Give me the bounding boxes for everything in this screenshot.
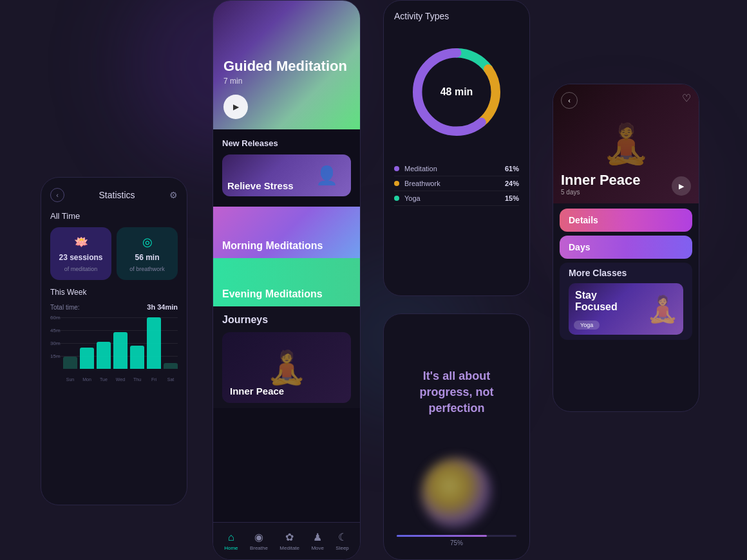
journey-title: Inner Peace	[230, 386, 284, 397]
meditation-dot	[394, 166, 399, 171]
activity-types-card: Activity Types 48 min Meditation 61%	[383, 0, 530, 296]
journey-card[interactable]: 🧘 Inner Peace	[222, 332, 351, 403]
detail-play-button[interactable]: ▶	[672, 176, 691, 196]
more-classes-title: More Classes	[569, 268, 683, 278]
evening-meditations-title: Evening Meditations	[222, 288, 323, 300]
nav-breathe-label: Breathe	[250, 545, 268, 551]
donut-value: 48 min	[440, 86, 473, 98]
detail-days: 5 days	[561, 189, 641, 196]
bar-tue	[97, 342, 111, 369]
nav-sleep[interactable]: ☾ Sleep	[336, 531, 348, 551]
breathwork-pct: 24%	[505, 180, 519, 187]
back-button[interactable]: ‹	[50, 188, 64, 202]
stay-focused-person: 🧘	[645, 283, 680, 335]
quote-text: It's all about progress, not perfection	[397, 333, 516, 451]
sessions-label: of meditation	[64, 266, 98, 272]
bar-sun	[63, 357, 77, 369]
meditation-label: Meditation	[404, 165, 437, 173]
new-releases-title: New Releases	[222, 138, 351, 148]
move-icon: ♟	[313, 531, 322, 543]
all-time-label: All Time	[41, 209, 187, 227]
statistics-title: Statistics	[99, 190, 135, 200]
lotus-icon: 🪷	[74, 235, 88, 249]
nav-home[interactable]: ⌂ Home	[224, 532, 238, 551]
nav-meditate[interactable]: ✿ Meditate	[279, 531, 299, 551]
yoga-dot	[394, 196, 399, 201]
bottom-nav: ⌂ Home ◉ Breathe ✿ Meditate ♟ Move ☾ Sle…	[213, 522, 360, 559]
guided-title: Guided Meditation	[223, 58, 350, 74]
new-releases-section: New Releases Relieve Stress 👤	[213, 129, 360, 201]
statistics-card: ‹ Statistics ⚙ All Time 🪷 23 sessions of…	[41, 177, 187, 505]
day-fri: Fri	[147, 377, 161, 382]
guided-section: Guided Meditation 7 min ▶	[213, 1, 360, 129]
stat-boxes: 🪷 23 sessions of meditation ◎ 56 min of …	[41, 227, 187, 288]
breathwork-dot	[394, 181, 399, 186]
yoga-pct: 15%	[505, 194, 519, 202]
this-week-label: This Week	[41, 288, 187, 301]
quote-card: It's all about progress, not perfection …	[383, 313, 530, 560]
breathwork-value: 56 min	[135, 253, 159, 262]
bar-thu	[130, 346, 144, 369]
nav-move[interactable]: ♟ Move	[311, 531, 324, 551]
journeys-section: Journeys 🧘 Inner Peace	[213, 306, 360, 408]
breathwork-legend-label: Breathwork	[404, 180, 440, 187]
day-thu: Thu	[130, 377, 144, 382]
nav-meditate-label: Meditate	[279, 545, 299, 551]
morning-meditations-title: Morning Meditations	[222, 239, 323, 252]
progress-pct: 75%	[450, 539, 463, 546]
sleep-icon: ☾	[338, 531, 347, 543]
days-button[interactable]: Days	[560, 236, 692, 259]
nav-breathe[interactable]: ◉ Breathe	[250, 531, 268, 551]
glow-orb	[421, 458, 492, 528]
bar-sat	[164, 363, 178, 369]
day-wed: Wed	[113, 377, 128, 382]
detail-hero: ‹ ♡ 🧘 ▶ Inner Peace 5 days	[553, 84, 699, 203]
main-app-card: Guided Meditation 7 min ▶ New Releases R…	[213, 0, 361, 560]
yoga-badge	[574, 321, 600, 330]
days-row: Sun Mon Tue Wed Thu Fri Sat	[63, 377, 178, 382]
details-button[interactable]: Details	[560, 209, 692, 232]
meditate-icon: ✿	[285, 531, 294, 543]
total-time-label: Total time:	[50, 304, 80, 311]
relieve-person-image: 👤	[307, 154, 346, 196]
week-chart: Total time: 3h 34min 60m 45m 30m 15m Sun	[41, 301, 187, 387]
legend-meditation: Meditation 61%	[394, 162, 519, 176]
legend-yoga: Yoga 15%	[394, 191, 519, 206]
guided-duration: 7 min	[223, 77, 350, 86]
nav-sleep-label: Sleep	[336, 545, 348, 551]
day-mon: Mon	[80, 377, 94, 382]
detail-title: Inner Peace	[561, 172, 641, 189]
morning-meditations-card[interactable]: Morning Meditations	[213, 207, 360, 258]
donut-center: 48 min	[440, 86, 473, 98]
day-sun: Sun	[63, 377, 77, 382]
breathwork-label: of breathwork	[129, 266, 165, 272]
day-tue: Tue	[97, 377, 111, 382]
bar-mon	[80, 348, 94, 369]
breathwork-box: ◎ 56 min of breathwork	[117, 227, 178, 280]
sessions-box: 🪷 23 sessions of meditation	[50, 227, 111, 280]
breathwork-icon: ◎	[142, 235, 153, 249]
settings-icon[interactable]: ⚙	[169, 190, 178, 200]
day-sat: Sat	[164, 377, 178, 382]
yoga-label: Yoga	[404, 194, 421, 202]
nav-move-label: Move	[311, 545, 324, 551]
home-icon: ⌂	[228, 532, 234, 543]
chart-area: 60m 45m 30m 15m Sun Mon Tue Wed Thu F	[50, 317, 178, 382]
stay-focused-card[interactable]: StayFocused 🧘	[569, 283, 683, 335]
more-classes-section: More Classes StayFocused 🧘	[560, 263, 692, 340]
meditation-pct: 61%	[505, 165, 519, 173]
progress-bar-background	[397, 535, 516, 537]
sessions-value: 23 sessions	[59, 253, 102, 262]
inner-peace-card: ‹ ♡ 🧘 ▶ Inner Peace 5 days Details Days …	[553, 84, 699, 412]
bar-fri	[147, 317, 161, 369]
progress-bar-fill	[397, 535, 487, 537]
journeys-title: Journeys	[222, 314, 351, 326]
evening-meditations-card[interactable]: Evening Meditations	[213, 258, 360, 306]
breathe-icon: ◉	[254, 531, 263, 543]
bars-container	[63, 317, 178, 369]
relieve-stress-title: Relieve Stress	[227, 181, 294, 192]
nav-home-label: Home	[224, 545, 238, 551]
play-button[interactable]: ▶	[223, 95, 248, 119]
relieve-stress-card[interactable]: Relieve Stress 👤	[222, 154, 351, 196]
progress-section: 75%	[397, 535, 516, 546]
